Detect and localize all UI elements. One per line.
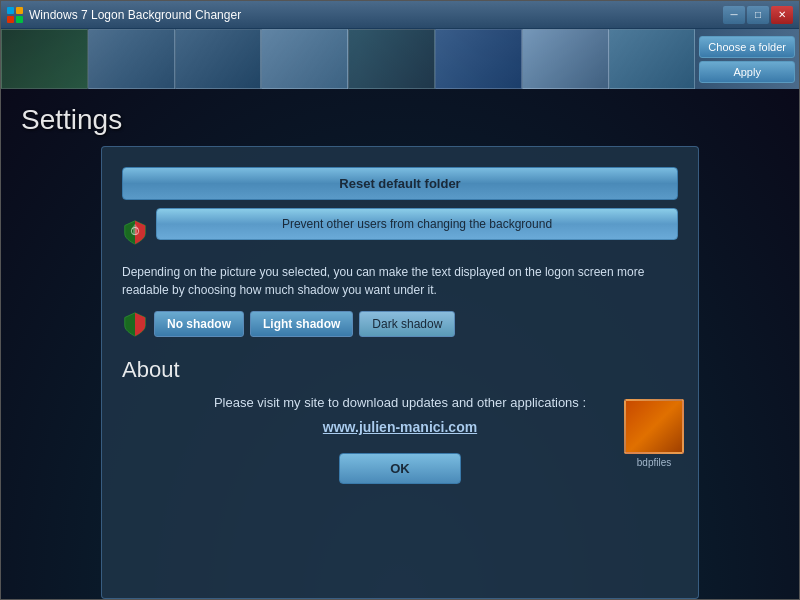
thumbnail-4[interactable]	[261, 29, 348, 89]
svg-rect-0	[7, 7, 14, 14]
svg-rect-2	[7, 16, 14, 23]
page-title: Settings	[21, 104, 779, 136]
ok-button[interactable]: OK	[339, 453, 461, 484]
thumbnail-8[interactable]	[609, 29, 696, 89]
close-button[interactable]: ✕	[771, 6, 793, 24]
prevent-row: Prevent other users from changing the ba…	[122, 208, 678, 255]
svg-rect-1	[16, 7, 23, 14]
no-shadow-button[interactable]: No shadow	[154, 311, 244, 337]
about-title: About	[122, 357, 678, 383]
main-window: Windows 7 Logon Background Changer ─ □ ✕…	[0, 0, 800, 600]
thumbnail-1[interactable]	[1, 29, 88, 89]
preview-thumbnail	[624, 399, 684, 454]
apply-button[interactable]: Apply	[699, 61, 795, 83]
thumbnail-3[interactable]	[175, 29, 262, 89]
prevent-button[interactable]: Prevent other users from changing the ba…	[156, 208, 678, 240]
thumbnail-5[interactable]	[348, 29, 435, 89]
sidebar-buttons: Choose a folder Apply	[695, 29, 799, 89]
thumbnail-7[interactable]	[522, 29, 609, 89]
thumbnail-strip: Choose a folder Apply	[1, 29, 799, 89]
shadow-shield-icon	[122, 311, 148, 337]
bg-main-area: Settings Reset default folder Prevent ot…	[1, 89, 799, 599]
app-icon	[7, 7, 23, 23]
light-shadow-button[interactable]: Light shadow	[250, 311, 353, 337]
maximize-button[interactable]: □	[747, 6, 769, 24]
preview-label: bdpfiles	[619, 457, 689, 468]
thumbnail-6[interactable]	[435, 29, 522, 89]
shadow-description: Depending on the picture you selected, y…	[122, 263, 678, 299]
about-text: Please visit my site to download updates…	[122, 393, 678, 414]
ok-button-row: OK	[122, 453, 678, 484]
settings-dialog: Reset default folder Prevent other users…	[101, 146, 699, 599]
svg-rect-3	[16, 16, 23, 23]
dark-shadow-button[interactable]: Dark shadow	[359, 311, 455, 337]
shield-icon	[122, 219, 148, 245]
thumbnail-2[interactable]	[88, 29, 175, 89]
main-content: Choose a folder Apply Settings Reset def…	[1, 29, 799, 599]
choose-folder-button[interactable]: Choose a folder	[699, 36, 795, 58]
window-title: Windows 7 Logon Background Changer	[29, 8, 723, 22]
minimize-button[interactable]: ─	[723, 6, 745, 24]
settings-title-area: Settings	[1, 89, 799, 146]
shadow-options-row: No shadow Light shadow Dark shadow	[122, 311, 678, 337]
window-controls: ─ □ ✕	[723, 6, 793, 24]
reset-default-folder-button[interactable]: Reset default folder	[122, 167, 678, 200]
titlebar: Windows 7 Logon Background Changer ─ □ ✕	[1, 1, 799, 29]
about-link[interactable]: www.julien-manici.com	[122, 419, 678, 435]
thumbnail-list	[1, 29, 695, 89]
